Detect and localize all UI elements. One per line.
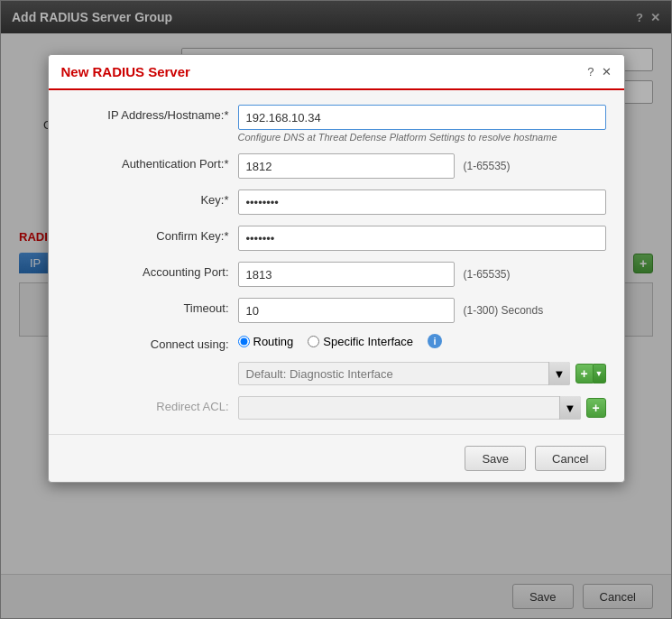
redirect-acl-label: Redirect ACL: [67, 396, 229, 413]
interface-add-main-btn[interactable]: + [575, 364, 594, 383]
interface-add-arrow-btn[interactable]: ▼ [594, 364, 606, 383]
inner-close-button[interactable]: ✕ [602, 65, 612, 79]
specific-interface-label: Specific Interface [323, 335, 413, 348]
accounting-port-input-col: (1-65535) [238, 262, 606, 287]
connect-info-icon[interactable]: i [428, 334, 442, 348]
auth-port-row: Authentication Port:* (1-65535) [67, 153, 606, 179]
interface-select-row: ▼ + ▼ [238, 362, 606, 385]
inner-footer: Save Cancel [49, 434, 624, 482]
timeout-input-col: (1-300) Seconds [238, 298, 606, 323]
inner-titlebar-controls: ? ✕ [587, 65, 611, 79]
timeout-inline: (1-300) Seconds [238, 298, 606, 323]
interface-input-col: ▼ + ▼ [238, 362, 606, 385]
confirm-key-input-col [238, 226, 606, 251]
redirect-acl-row: Redirect ACL: ▼ + [67, 396, 606, 420]
accounting-port-row: Accounting Port: (1-65535) [67, 262, 606, 287]
key-input[interactable] [238, 189, 606, 215]
ip-row: IP Address/Hostname:* Configure DNS at T… [67, 105, 606, 143]
routing-radio[interactable] [238, 336, 250, 347]
key-row: Key:* [67, 189, 606, 215]
inner-save-button[interactable]: Save [465, 446, 526, 471]
redirect-acl-add-btn[interactable]: + [586, 398, 606, 418]
interface-dropdown-arrow[interactable]: ▼ [548, 362, 570, 385]
key-input-col [238, 189, 606, 215]
ip-input[interactable] [238, 105, 606, 130]
connect-radio-group: Routing Specific Interface i [238, 334, 606, 348]
timeout-label: Timeout: [67, 298, 229, 315]
interface-label-spacer [67, 362, 229, 365]
connect-input-col: Routing Specific Interface i [238, 334, 606, 348]
confirm-key-row: Confirm Key:* [67, 226, 606, 251]
connect-label: Connect using: [67, 334, 229, 351]
confirm-key-label: Confirm Key:* [67, 226, 229, 243]
redirect-acl-select-wrapper: ▼ [238, 396, 581, 420]
timeout-input[interactable] [238, 298, 455, 323]
auth-port-label: Authentication Port:* [67, 153, 229, 171]
accounting-port-input[interactable] [238, 262, 455, 287]
auth-port-input-col: (1-65535) [238, 153, 606, 179]
modal-overlay: New RADIUS Server ? ✕ IP Address/Hostnam… [0, 0, 672, 619]
key-label: Key:* [67, 189, 229, 207]
inner-titlebar: New RADIUS Server ? ✕ [49, 55, 624, 90]
interface-input[interactable] [238, 362, 570, 385]
interface-select-wrapper: ▼ [238, 362, 570, 385]
ip-input-col: Configure DNS at Threat Defense Platform… [238, 105, 606, 143]
ip-label: IP Address/Hostname:* [67, 105, 229, 122]
auth-port-range: (1-65535) [464, 160, 511, 172]
specific-interface-radio[interactable] [308, 336, 319, 347]
connect-row: Connect using: Routing Specific Interfac… [67, 334, 606, 351]
timeout-row: Timeout: (1-300) Seconds [67, 298, 606, 323]
accounting-port-range: (1-65535) [464, 268, 511, 281]
redirect-acl-select-row: ▼ + [238, 396, 606, 420]
timeout-range: (1-300) Seconds [464, 304, 544, 317]
inner-help-button[interactable]: ? [587, 65, 594, 79]
inner-dialog-title: New RADIUS Server [61, 64, 190, 79]
inner-dialog: New RADIUS Server ? ✕ IP Address/Hostnam… [48, 54, 625, 483]
redirect-acl-input[interactable] [238, 396, 581, 420]
accounting-port-inline: (1-65535) [238, 262, 606, 287]
auth-port-input[interactable] [238, 153, 455, 179]
accounting-port-label: Accounting Port: [67, 262, 229, 279]
auth-port-inline: (1-65535) [238, 153, 606, 179]
confirm-key-input[interactable] [238, 226, 606, 251]
routing-label: Routing [253, 335, 294, 348]
specific-interface-option[interactable]: Specific Interface [308, 335, 413, 348]
redirect-acl-dropdown-arrow[interactable]: ▼ [559, 396, 581, 420]
ip-hint: Configure DNS at Threat Defense Platform… [238, 132, 606, 143]
redirect-acl-input-col: ▼ + [238, 396, 606, 420]
inner-cancel-button[interactable]: Cancel [535, 446, 605, 471]
inner-body: IP Address/Hostname:* Configure DNS at T… [49, 90, 624, 434]
routing-option[interactable]: Routing [238, 335, 294, 348]
interface-row: ▼ + ▼ [67, 362, 606, 385]
interface-add-btn: + ▼ [575, 364, 606, 383]
